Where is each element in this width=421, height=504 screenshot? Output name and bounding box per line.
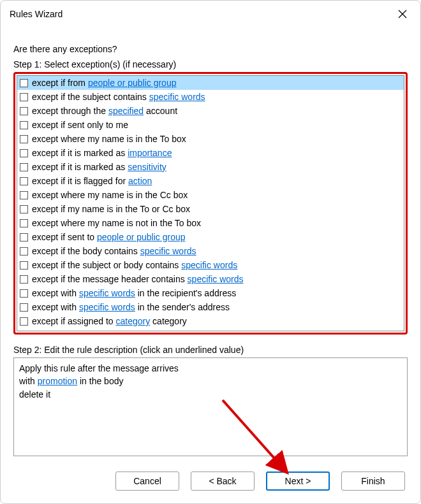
exception-checkbox[interactable] [20,191,28,199]
exception-label: except if the subject contains specific … [32,92,205,102]
exception-checkbox[interactable] [20,303,28,312]
step2-label: Step 2: Edit the rule description (click… [13,345,408,355]
close-button[interactable] [394,5,411,23]
exception-checkbox[interactable] [20,121,28,129]
exception-row[interactable]: except if the message header contains sp… [17,272,404,286]
exception-label: except where my name is not in the To bo… [32,218,201,228]
exception-link[interactable]: sensitivity [128,162,166,172]
exception-checkbox[interactable] [20,93,28,101]
exception-label: except if my name is in the To or Cc box [32,204,190,214]
exception-link[interactable]: people or public group [97,232,186,242]
step1-label: Step 1: Select exception(s) (if necessar… [13,59,408,69]
exception-row[interactable]: except if assigned to category category [17,314,404,328]
exception-label: except if the subject or body contains s… [32,260,237,270]
button-row: Cancel < Back Next > Finish [1,463,420,503]
exception-link[interactable]: specific words [79,302,135,312]
exception-link[interactable]: specific words [181,260,237,270]
next-button[interactable]: Next > [266,472,330,491]
exception-label: except if from people or public group [32,78,176,88]
exception-row[interactable]: except where my name is in the To box [17,132,404,146]
description-line2: with promotion in the body [19,375,402,387]
exception-row[interactable]: except through the specified account [17,104,404,118]
exception-label: except through the specified account [32,106,177,116]
exception-row[interactable]: except with specific words in the sender… [17,300,404,314]
exception-label: except if it is marked as importance [32,148,172,158]
exception-checkbox[interactable] [20,205,28,213]
exception-label: except if sent only to me [32,120,128,130]
dialog-content: Are there any exceptions? Step 1: Select… [1,27,420,463]
exception-checkbox[interactable] [20,247,28,256]
exception-checkbox[interactable] [20,289,28,298]
exceptions-question: Are there any exceptions? [13,44,408,54]
exception-checkbox[interactable] [20,219,28,227]
exception-link[interactable]: specific words [188,274,244,284]
exception-label: except with specific words in the recipi… [32,288,236,298]
close-icon [398,10,407,18]
rules-wizard-dialog: Rules Wizard Are there any exceptions? S… [0,0,421,504]
exception-checkbox[interactable] [20,275,28,284]
exception-label: except if the body contains specific wor… [32,246,196,256]
exception-checkbox[interactable] [20,149,28,157]
exception-label: except if it is flagged for action [32,176,152,186]
exception-link[interactable]: action [128,176,152,186]
exception-row[interactable]: except if sent only to me [17,118,404,132]
exception-link[interactable]: specified [108,106,144,116]
exceptions-highlight-box: except if from people or public groupexc… [13,72,408,335]
titlebar: Rules Wizard [1,1,420,27]
exception-row[interactable]: except if from people or public group [17,76,404,90]
exception-row[interactable]: except if it is flagged for action [17,174,404,188]
exception-row[interactable]: except if it is marked as importance [17,146,404,160]
dialog-title: Rules Wizard [10,9,63,19]
exception-link[interactable]: specific words [79,288,135,298]
promotion-link[interactable]: promotion [38,376,77,386]
exception-label: except with specific words in the sender… [32,302,230,312]
exception-row[interactable]: except if the body contains specific wor… [17,244,404,258]
exception-row[interactable]: except if it is marked as sensitivity [17,160,404,174]
exception-checkbox[interactable] [20,79,28,87]
exception-row[interactable]: except where my name is not in the To bo… [17,216,404,230]
exception-label: except where my name is in the To box [32,134,186,144]
exception-row[interactable]: except if my name is in the To or Cc box [17,202,404,216]
exception-checkbox[interactable] [20,261,28,270]
exception-checkbox[interactable] [20,163,28,171]
exception-label: except if the message header contains sp… [32,274,244,284]
exception-checkbox[interactable] [20,177,28,185]
exception-link[interactable]: importance [128,148,172,158]
exception-row[interactable]: except if the subject contains specific … [17,90,404,104]
exception-label: except if it is marked as sensitivity [32,162,166,172]
exception-row[interactable]: except if sent to people or public group [17,230,404,244]
exception-link[interactable]: people or public group [88,78,177,88]
exception-link[interactable]: specific words [140,246,196,256]
exception-row[interactable]: except with specific words in the recipi… [17,286,404,300]
exception-label: except if sent to people or public group [32,232,186,242]
cancel-button[interactable]: Cancel [115,472,179,491]
description-line1: Apply this rule after the message arrive… [19,362,402,375]
exception-checkbox[interactable] [20,107,28,115]
exception-checkbox[interactable] [20,233,28,241]
rule-description-box[interactable]: Apply this rule after the message arrive… [13,357,408,456]
exception-link[interactable]: specific words [149,92,205,102]
exception-link[interactable]: category [116,316,151,326]
exception-label: except where my name is in the Cc box [32,190,188,200]
exception-checkbox[interactable] [20,135,28,143]
exception-row[interactable]: except where my name is in the Cc box [17,188,404,202]
exception-checkbox[interactable] [20,317,28,326]
exception-label: except if assigned to category category [32,316,187,326]
exceptions-list[interactable]: except if from people or public groupexc… [17,75,404,331]
finish-button[interactable]: Finish [341,472,405,491]
back-button[interactable]: < Back [191,472,255,491]
exception-row[interactable]: except if the subject or body contains s… [17,258,404,272]
description-line3: delete it [19,388,402,401]
